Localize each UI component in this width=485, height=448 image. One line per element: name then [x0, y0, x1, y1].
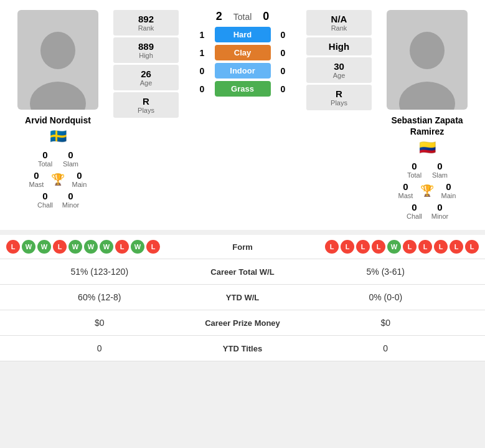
form-badge-l: L [403, 240, 417, 254]
hard-left-score: 1 [197, 30, 207, 40]
grass-surface-btn[interactable]: Grass [215, 81, 271, 97]
right-rank-box: N/A Rank [306, 10, 372, 36]
stat-left-2: $0 [6, 318, 193, 328]
left-high-box: 889 High [113, 37, 179, 63]
h2h-total-label: Total [233, 12, 252, 22]
stat-right-1: 0% (0-0) [293, 292, 479, 302]
left-age-box: 26 Age [113, 65, 179, 90]
surface-row-grass: 0 Grass 0 [181, 81, 304, 97]
comparison-card: Arvid Nordquist 🇸🇪 0 Total 0 Slam 0 Mast [0, 0, 485, 230]
right-form-badges: LLLLWLLLLL [293, 240, 479, 254]
right-total-score: 0 Total [403, 161, 425, 179]
right-mast-score: 0 Mast [395, 181, 417, 199]
right-high-box: High [306, 37, 372, 55]
stats-row-3: 0 YTD Titles 0 [0, 336, 485, 361]
surface-rows: 1 Hard 0 1 Clay 0 0 Indoor 0 0 Grass [181, 27, 304, 97]
left-player-flag: 🇸🇪 [50, 128, 67, 145]
form-badge-l: L [325, 240, 339, 254]
form-badge-w: W [84, 240, 98, 254]
clay-surface-btn[interactable]: Clay [215, 45, 271, 60]
left-form-badges: LWWLWWWLWL [6, 240, 193, 254]
left-stat-boxes: 892 Rank 889 High 26 Age R Plays [113, 10, 179, 118]
right-age-box: 30 Age [306, 57, 372, 83]
clay-right-score: 0 [278, 48, 288, 58]
stats-row-1: 60% (12-8) YTD W/L 0% (0-0) [0, 285, 485, 310]
indoor-right-score: 0 [278, 66, 288, 76]
form-badge-l: L [434, 240, 448, 254]
indoor-left-score: 0 [197, 66, 207, 76]
right-plays-box: R Plays [306, 85, 372, 110]
svg-point-1 [30, 82, 86, 110]
grass-left-score: 0 [197, 84, 207, 94]
left-trophy-icon: 🏆 [51, 173, 65, 186]
surface-row-indoor: 0 Indoor 0 [181, 63, 304, 79]
form-badge-l: L [465, 240, 479, 254]
form-badge-l: L [146, 240, 160, 254]
right-chall-score: 0 Chall [403, 202, 425, 220]
form-badge-w: W [37, 240, 51, 254]
form-badge-l: L [356, 240, 370, 254]
grass-right-score: 0 [278, 84, 288, 94]
left-chall-score: 0 Chall [34, 191, 56, 209]
right-player-name: Sebastian Zapata Ramirez [374, 115, 480, 137]
stats-row-2: $0 Career Prize Money $0 [0, 310, 485, 336]
form-badge-l: L [115, 240, 129, 254]
right-player-flag: 🇨🇴 [419, 140, 436, 156]
stat-left-0: 51% (123-120) [6, 267, 193, 277]
h2h-total-right: 0 [263, 10, 269, 23]
form-badge-l: L [450, 240, 463, 254]
stat-label-3: YTD Titles [193, 344, 293, 353]
stat-left-3: 0 [6, 343, 193, 353]
stats-row-0: 51% (123-120) Career Total W/L 5% (3-61) [0, 259, 485, 285]
hard-surface-btn[interactable]: Hard [215, 27, 271, 42]
left-player-name: Arvid Nordquist [25, 115, 91, 126]
h2h-total-left: 2 [216, 10, 222, 23]
svg-point-2 [410, 32, 445, 69]
clay-left-score: 1 [197, 48, 207, 58]
left-slam-score: 0 Slam [60, 150, 82, 168]
hard-right-score: 0 [278, 30, 288, 40]
stat-right-2: $0 [293, 318, 479, 328]
stat-right-3: 0 [293, 343, 479, 353]
right-trophy-icon: 🏆 [420, 184, 434, 198]
stats-rows-container: 51% (123-120) Career Total W/L 5% (3-61)… [0, 259, 485, 361]
form-row: LWWLWWWLWL Form LLLLWLLLLL [0, 235, 485, 259]
left-mast-score: 0 Mast [26, 170, 47, 188]
form-badge-l: L [6, 240, 20, 254]
form-badge-w: W [68, 240, 82, 254]
right-player-avatar [387, 10, 468, 110]
h2h-total-row: 2 Total 0 [216, 10, 270, 23]
svg-point-3 [399, 82, 455, 110]
form-label: Form [193, 242, 293, 252]
left-main-score: 0 Main [68, 170, 90, 188]
right-main-score: 0 Main [438, 181, 459, 199]
form-badge-w: W [100, 240, 113, 254]
stat-label-0: Career Total W/L [193, 267, 293, 277]
right-player-zone: Sebastian Zapata Ramirez 🇨🇴 0 Total 0 Sl… [374, 10, 480, 220]
form-badge-l: L [341, 240, 354, 254]
left-player-avatar [17, 10, 98, 110]
stat-label-1: YTD W/L [193, 293, 293, 302]
form-badge-w: W [387, 240, 401, 254]
left-plays-box: R Plays [113, 92, 179, 118]
form-badge-l: L [418, 240, 432, 254]
surface-row-hard: 1 Hard 0 [181, 27, 304, 42]
stat-left-1: 60% (12-8) [6, 292, 193, 302]
center-h2h-zone: 2 Total 0 1 Hard 0 1 Clay 0 0 Indoor [181, 10, 304, 97]
left-rank-box: 892 Rank [113, 10, 179, 36]
form-stats-section: LWWLWWWLWL Form LLLLWLLLLL 51% (123-120)… [0, 235, 485, 361]
left-minor-score: 0 Minor [60, 191, 82, 209]
form-badge-l: L [372, 240, 385, 254]
right-stat-boxes: N/A Rank High 30 Age R Plays [306, 10, 372, 110]
left-player-zone: Arvid Nordquist 🇸🇪 0 Total 0 Slam 0 Mast [5, 10, 111, 209]
left-total-score: 0 Total [34, 150, 56, 168]
right-slam-score: 0 Slam [429, 161, 451, 179]
form-badge-l: L [53, 240, 67, 254]
form-badge-w: W [131, 240, 144, 254]
stat-label-2: Career Prize Money [193, 318, 293, 328]
indoor-surface-btn[interactable]: Indoor [215, 63, 271, 79]
main-container: Arvid Nordquist 🇸🇪 0 Total 0 Slam 0 Mast [0, 0, 485, 361]
stat-right-0: 5% (3-61) [293, 267, 479, 277]
svg-point-0 [40, 32, 75, 69]
surface-row-clay: 1 Clay 0 [181, 45, 304, 60]
